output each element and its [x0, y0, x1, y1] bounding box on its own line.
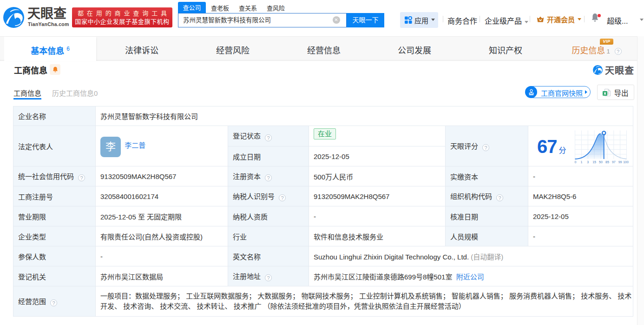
svg-text:50: 50 — [599, 160, 603, 164]
svg-text:0: 0 — [575, 160, 577, 164]
svg-text:97: 97 — [612, 160, 616, 164]
svg-text:100: 100 — [623, 160, 629, 164]
svg-text:3: 3 — [587, 160, 589, 164]
svg-text:85: 85 — [605, 160, 609, 164]
svg-text:99: 99 — [618, 160, 622, 164]
svg-text:15: 15 — [592, 160, 596, 164]
svg-text:1: 1 — [580, 160, 582, 164]
